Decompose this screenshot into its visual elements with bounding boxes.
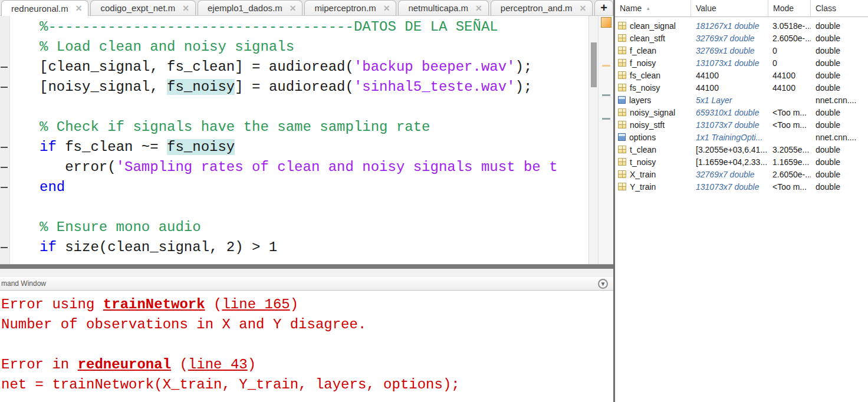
code-token: ] = audioread( <box>235 79 354 95</box>
code-line[interactable] <box>0 197 588 218</box>
close-icon[interactable]: ✕ <box>182 4 189 13</box>
variable-name-cell: options <box>615 133 691 142</box>
error-link[interactable]: redneuronal <box>78 357 171 373</box>
workspace-row-t_clean[interactable]: t_clean[3.2055e+03,6.41...3.2055e...doub… <box>615 143 868 156</box>
matrix-icon <box>618 84 626 91</box>
workspace-row-fs_clean[interactable]: fs_clean4410044100double <box>615 69 868 81</box>
code-line[interactable] <box>0 97 588 117</box>
error-text: ( <box>171 357 188 373</box>
workspace-row-noisy_signal[interactable]: noisy_signal659310x1 double<Too m...doub… <box>615 106 868 118</box>
code-token: fs_clean ~= <box>57 139 167 155</box>
code-line[interactable]: [clean_signal, fs_clean] = audioread('ba… <box>0 57 588 77</box>
editor-tab-bar: redneuronal.m✕codigo_expt_net.m✕ejemplo1… <box>0 0 613 16</box>
scrollbar-thumb[interactable] <box>591 42 597 87</box>
variable-class: double <box>811 34 868 43</box>
close-icon[interactable]: ✕ <box>290 4 297 13</box>
command-window-menu-button[interactable]: ▼ <box>598 279 608 289</box>
variable-mode: 44100 <box>768 83 811 93</box>
code-line[interactable]: % Ensure mono audio <box>0 218 588 238</box>
code-line[interactable]: if size(clean_signal, 2) > 1 <box>0 238 588 258</box>
error-text: ( <box>205 296 222 312</box>
analyzer-mark[interactable] <box>602 94 610 96</box>
code-line[interactable]: [noisy_signal, fs_noisy] = audioread('si… <box>0 77 588 97</box>
column-header-mode[interactable]: Mode <box>768 0 811 17</box>
executable-line-dash[interactable] <box>1 167 8 168</box>
workspace-rows: clean_signal181267x1 double3.0518e-...do… <box>615 19 868 193</box>
close-icon[interactable]: ✕ <box>580 4 587 13</box>
code-token: 'sinhal5_teste.wav' <box>354 79 515 95</box>
tab-label: miperceptron.m <box>314 3 376 13</box>
workspace-row-noisy_stft[interactable]: noisy_stft131073x7 double<Too m...double <box>615 118 868 131</box>
workspace-row-f_noisy[interactable]: f_noisy131073x1 double0double <box>615 57 868 69</box>
tab-codigo_expt_net.m[interactable]: codigo_expt_net.m✕ <box>90 0 196 15</box>
workspace-row-layers[interactable]: layers5x1 Layernnet.cnn.... <box>615 94 868 106</box>
column-header-value[interactable]: Value <box>691 0 768 17</box>
code-area[interactable]: %------------------------------------DAT… <box>0 17 588 258</box>
workspace-row-X_train[interactable]: X_train32769x7 double2.6050e-...double <box>615 168 868 180</box>
code-token: [noisy_signal, <box>40 79 167 95</box>
variable-class: double <box>811 108 868 117</box>
error-link[interactable]: line 43 <box>188 357 248 373</box>
new-tab-button[interactable]: + <box>594 0 613 15</box>
editor-vertical-scrollbar[interactable] <box>588 16 598 264</box>
code-editor[interactable]: %------------------------------------DAT… <box>0 16 613 264</box>
code-line[interactable]: if fs_clean ~= fs_noisy <box>0 137 588 157</box>
workspace-row-clean_signal[interactable]: clean_signal181267x1 double3.0518e-...do… <box>615 19 868 32</box>
workspace-row-f_clean[interactable]: f_clean32769x1 double0double <box>615 44 868 57</box>
code-token: end <box>40 179 65 195</box>
variable-mode: <Too m... <box>768 108 811 117</box>
analyzer-warning-indicator[interactable] <box>601 17 611 28</box>
code-line[interactable]: end <box>0 177 588 197</box>
workspace-row-clean_stft[interactable]: clean_stft32769x7 double2.6050e-...doubl… <box>615 32 868 44</box>
workspace-panel: Name▲ValueModeClass clean_signal181267x1… <box>615 0 868 402</box>
tab-netmulticapa.m[interactable]: netmulticapa.m✕ <box>398 0 488 15</box>
tab-label: redneuronal.m <box>11 4 68 14</box>
error-link[interactable]: line 165 <box>222 296 290 312</box>
variable-class: double <box>811 58 868 68</box>
variable-value: 131073x7 double <box>691 120 768 130</box>
sort-ascending-icon: ▲ <box>646 6 650 11</box>
variable-class: double <box>811 182 868 192</box>
variable-value: 5x1 Layer <box>691 95 768 105</box>
variable-value: 181267x1 double <box>691 21 768 31</box>
tab-miperceptron.m[interactable]: miperceptron.m✕ <box>304 0 396 15</box>
analyzer-mark[interactable] <box>602 65 610 67</box>
variable-name: clean_stft <box>630 34 665 43</box>
error-link[interactable]: trainNetwork <box>103 296 205 312</box>
variable-name: fs_noisy <box>630 83 660 93</box>
code-token: 'backup beeper.wav' <box>354 59 515 75</box>
variable-class: double <box>811 157 868 167</box>
code-line[interactable]: % Check if signals have the same samplin… <box>0 117 588 137</box>
command-window-content[interactable]: Error using trainNetwork (line 165)Numbe… <box>0 291 613 402</box>
command-output-line: Error using trainNetwork (line 165) <box>1 295 613 315</box>
horizontal-splitter[interactable] <box>0 264 613 269</box>
close-icon[interactable]: ✕ <box>475 4 482 13</box>
variable-name: t_noisy <box>630 157 656 167</box>
workspace-row-t_noisy[interactable]: t_noisy[1.1659e+04,2.33...1.1659e...doub… <box>615 156 868 168</box>
column-header-class[interactable]: Class <box>811 0 868 17</box>
executable-line-dash[interactable] <box>1 87 8 88</box>
tab-redneuronal.m[interactable]: redneuronal.m✕ <box>1 0 88 16</box>
code-line[interactable]: error('Sampling rates of clean and noisy… <box>0 157 588 177</box>
variable-class: double <box>811 21 868 31</box>
executable-line-dash[interactable] <box>1 247 8 248</box>
tab-perceptron_and.m[interactable]: perceptron_and.m✕ <box>491 0 593 15</box>
variable-mode: 2.6050e-... <box>768 34 811 43</box>
close-icon[interactable]: ✕ <box>75 4 83 13</box>
code-line[interactable]: % Load clean and noisy signals <box>0 37 588 57</box>
workspace-row-Y_train[interactable]: Y_train131073x7 double<Too m...double <box>615 180 868 193</box>
code-token: fs_noisy <box>167 139 235 155</box>
close-icon[interactable]: ✕ <box>383 4 390 13</box>
analyzer-mark[interactable] <box>602 118 610 120</box>
executable-line-dash[interactable] <box>1 147 8 148</box>
executable-line-dash[interactable] <box>1 187 8 188</box>
variable-class: nnet.cnn.... <box>811 133 868 142</box>
code-line[interactable]: %------------------------------------DAT… <box>0 17 588 37</box>
column-header-name[interactable]: Name▲ <box>615 0 691 17</box>
object-cube-icon <box>618 133 626 141</box>
workspace-row-fs_noisy[interactable]: fs_noisy4410044100double <box>615 81 868 94</box>
executable-line-dash[interactable] <box>1 67 8 68</box>
code-analyzer-strip[interactable] <box>598 16 613 264</box>
workspace-row-options[interactable]: options1x1 TrainingOpti...nnet.cnn.... <box>615 131 868 143</box>
tab-ejemplo1_dados.m[interactable]: ejemplo1_dados.m✕ <box>198 0 303 15</box>
